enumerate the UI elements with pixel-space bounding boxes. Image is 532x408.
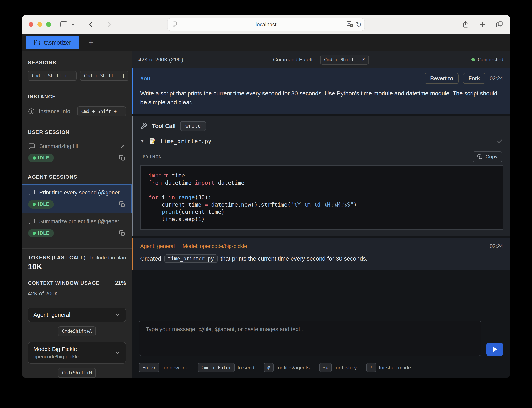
- divider: [22, 87, 132, 87]
- user-session-item[interactable]: Summarizing Hi IDLE: [22, 138, 132, 167]
- desktop-background: localhost Ax ↻ +: [0, 0, 532, 408]
- context-usage-detail: 42K of 200K: [28, 290, 126, 297]
- model-select-kbd: Cmd+Shift+M: [58, 368, 96, 378]
- forward-button[interactable]: [105, 21, 113, 28]
- hint-text: for history: [335, 365, 357, 371]
- share-icon[interactable]: [462, 20, 470, 28]
- agent-sessions-header: AGENT SESSIONS: [28, 174, 126, 180]
- chat-bubble-icon: [28, 143, 35, 150]
- close-session-icon[interactable]: [120, 144, 126, 149]
- agent-select[interactable]: Agent: general: [28, 308, 126, 322]
- back-button[interactable]: [88, 21, 95, 28]
- code-content[interactable]: import timefrom datetime import datetime…: [140, 165, 503, 230]
- toolbar-right-actions: +: [462, 20, 503, 29]
- revert-to-button[interactable]: Revert to: [425, 73, 459, 84]
- connected-label: Connected: [478, 57, 503, 63]
- address-bar[interactable]: localhost Ax ↻: [167, 18, 365, 31]
- collapse-triangle-icon[interactable]: ▼: [140, 139, 144, 144]
- fork-button[interactable]: Fork: [463, 73, 485, 84]
- app-tab-strip: tasmotizer +: [22, 34, 510, 51]
- chat-area: You Revert to Fork 02:24 Write a script …: [132, 68, 510, 378]
- window-controls: [29, 22, 51, 27]
- fullscreen-window-button[interactable]: [46, 22, 51, 27]
- agent-session-item[interactable]: Summarize project files (@general sub… I…: [22, 213, 132, 242]
- hint-text: for shell mode: [379, 365, 411, 371]
- agent-message: Agent: general Model: opencode/big-pickl…: [132, 238, 510, 270]
- model-select[interactable]: Model: Big Pickle opencode/big-pickle: [28, 342, 126, 364]
- new-tab-icon[interactable]: +: [480, 20, 485, 29]
- sessions-header: SESSIONS: [28, 60, 126, 66]
- instance-info-row[interactable]: Instance Info Cmd + Shift + L: [28, 106, 126, 116]
- minimize-window-button[interactable]: [37, 22, 42, 27]
- agent-select-label: Agent: general: [33, 312, 70, 318]
- copy-session-icon[interactable]: [119, 201, 126, 208]
- hint-text: for new line: [162, 365, 188, 371]
- agent-model: Model: opencode/big-pickle: [183, 243, 247, 249]
- tokens-note: Included in plan: [90, 255, 126, 261]
- message-timestamp: 02:24: [490, 243, 503, 249]
- status-badge: IDLE: [28, 200, 54, 209]
- tool-file-name[interactable]: time_printer.py: [160, 138, 212, 144]
- copy-code-button[interactable]: Copy: [473, 151, 502, 162]
- copy-session-icon[interactable]: [119, 155, 126, 162]
- new-app-tab-button[interactable]: +: [88, 38, 94, 47]
- check-icon: [497, 138, 503, 144]
- chevron-down-icon: [115, 350, 120, 356]
- translate-icon[interactable]: Ax: [346, 20, 353, 29]
- inline-code-chip: time_printer.py: [164, 255, 218, 263]
- tool-call-label: Tool Call: [152, 123, 176, 129]
- session-title: Summarize project files (@general sub…: [39, 218, 126, 225]
- hint-kbd: @: [264, 363, 274, 372]
- prev-session-kbd: Cmd + Shift + [: [28, 71, 76, 81]
- reload-icon[interactable]: ↻: [356, 21, 361, 28]
- agent-session-item-selected[interactable]: Print time every second (@general su… ID…: [22, 184, 132, 213]
- connection-status: Connected: [471, 57, 503, 63]
- hint-text: for files/agents: [276, 365, 310, 371]
- model-select-sublabel: opencode/big-pickle: [33, 354, 79, 360]
- copy-session-icon[interactable]: [119, 230, 126, 237]
- sidebar: SESSIONS Cmd + Shift + [ Cmd + Shift + ]…: [22, 51, 132, 378]
- code-line: current_time = datetime.now().strftime("…: [148, 201, 495, 208]
- copy-icon: [477, 154, 483, 160]
- send-button[interactable]: [486, 343, 503, 356]
- reader-icon[interactable]: [172, 21, 178, 28]
- status-dot: [33, 156, 36, 160]
- hint-kbd: Cmd + Enter: [198, 363, 235, 372]
- status-dot: [33, 232, 36, 235]
- message-input[interactable]: [139, 321, 481, 356]
- command-palette[interactable]: Command Palette Cmd + Shift + P: [273, 55, 369, 65]
- command-palette-kbd: Cmd + Shift + P: [320, 55, 369, 65]
- agent-text-before: Created: [140, 255, 161, 262]
- code-language-label: PYTHON: [143, 154, 162, 160]
- tab-overview-icon[interactable]: [496, 20, 503, 28]
- code-line: import time: [148, 172, 495, 179]
- code-line: time.sleep(1): [148, 216, 495, 223]
- browser-window: localhost Ax ↻ +: [22, 15, 510, 378]
- chevron-down-icon[interactable]: [71, 22, 76, 27]
- wrench-icon: [140, 122, 147, 130]
- url-text: localhost: [168, 22, 365, 28]
- command-palette-label: Command Palette: [273, 57, 315, 63]
- message-timestamp: 02:24: [490, 75, 503, 82]
- hint-text: to send: [237, 365, 254, 371]
- hint-kbd: Enter: [139, 363, 159, 372]
- sidebar-toggle-icon[interactable]: [60, 20, 68, 29]
- connected-dot: [471, 58, 475, 61]
- message-author: You: [140, 75, 150, 82]
- hint-kbd: !: [366, 363, 376, 372]
- main-panel: 42K of 200K (21%) Command Palette Cmd + …: [132, 51, 510, 378]
- status-dot: [33, 203, 36, 206]
- next-session-kbd: Cmd + Shift + ]: [80, 71, 129, 81]
- hint-separator: ·: [192, 365, 194, 371]
- close-window-button[interactable]: [29, 22, 33, 27]
- context-usage-summary: 42K of 200K (21%): [139, 57, 183, 63]
- user-message: You Revert to Fork 02:24 Write a script …: [132, 68, 510, 114]
- copy-label: Copy: [485, 154, 498, 160]
- agent-select-kbd: Cmd+Shift+A: [58, 326, 96, 336]
- status-badge: IDLE: [28, 229, 54, 237]
- main-header: 42K of 200K (21%) Command Palette Cmd + …: [132, 51, 510, 68]
- folder-open-icon: [34, 39, 41, 46]
- composer-hints: Enterfor new line·Cmd + Enterto send·@fo…: [132, 358, 510, 378]
- tab-tasmotizer[interactable]: tasmotizer: [25, 36, 79, 50]
- instance-info-label: Instance Info: [39, 108, 70, 114]
